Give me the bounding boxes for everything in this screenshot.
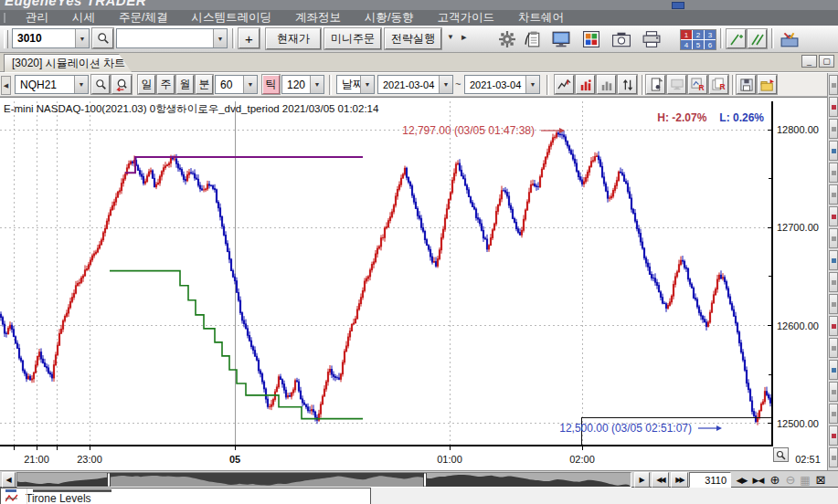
side-toolbar-button[interactable] — [829, 163, 838, 183]
minimap-silhouette[interactable] — [17, 473, 631, 487]
minute-interval-value[interactable]: 60 — [216, 79, 243, 91]
date-to-combo[interactable]: 2021-03-04 ▼ — [464, 75, 540, 94]
load-chart-button[interactable] — [758, 75, 777, 94]
page-grid-2[interactable]: 2 — [693, 30, 704, 39]
minimap-handle[interactable] — [424, 473, 427, 487]
price-chart[interactable]: 12800.0012700.0012600.0012500.0021:0023:… — [0, 98, 827, 471]
date-from-dropdown[interactable]: ▼ — [439, 76, 452, 93]
screen-number-combo[interactable]: 3010 ▼ — [12, 28, 90, 48]
toolbar-back-button[interactable]: ◀ — [1, 76, 11, 95]
period-month-button[interactable]: 월 — [176, 75, 194, 94]
menu-item-account[interactable]: 계좌정보 — [295, 10, 341, 26]
fast-forward-button[interactable]: ▶▶ — [671, 472, 688, 488]
rewind-button[interactable]: ◀◀ — [652, 472, 669, 488]
screen-search-button[interactable] — [92, 28, 113, 48]
tab-simulation-chart[interactable]: [3020] 시뮬레이션 차트 ✕ — [4, 54, 132, 72]
menu-item-guide[interactable]: 고객가이드 — [437, 10, 494, 26]
date-to-dropdown[interactable]: ▼ — [525, 76, 539, 93]
tab-close-icon[interactable]: ✕ — [131, 58, 139, 69]
period-minute-button[interactable]: 분 — [196, 75, 213, 94]
side-toolbar-button[interactable] — [829, 360, 838, 380]
page-grid-6[interactable]: 6 — [705, 40, 716, 49]
trendline-add-button[interactable] — [727, 29, 746, 48]
symbol-recent-search-button[interactable] — [111, 75, 132, 94]
chart-type-button[interactable] — [555, 75, 574, 94]
parallel-lines-button[interactable] — [748, 29, 767, 48]
tick-interval-dropdown[interactable]: ▼ — [310, 76, 324, 93]
date-to-value[interactable]: 2021-03-04 — [465, 79, 525, 90]
symbol-combo[interactable]: NQH21 ▼ — [15, 75, 89, 94]
print-button[interactable] — [639, 29, 663, 49]
side-toolbar-button[interactable] — [829, 228, 838, 248]
menu-item-manage[interactable]: 관리 — [26, 10, 48, 26]
side-toolbar-button[interactable] — [829, 294, 838, 314]
side-toolbar-button[interactable] — [829, 338, 838, 358]
side-toolbar-button[interactable] — [829, 272, 838, 292]
scroll-left-button[interactable]: ◀ — [2, 472, 16, 488]
page-grid-3[interactable]: 3 — [705, 30, 716, 39]
page-grid-4[interactable]: 4 — [681, 40, 692, 49]
menubar-grip[interactable] — [4, 13, 8, 23]
symbol-value[interactable]: NQH21 — [16, 79, 74, 91]
side-toolbar-button[interactable] — [829, 316, 838, 336]
toolbar-chevron[interactable]: ▸ — [461, 31, 467, 43]
interest-list-button[interactable] — [521, 29, 544, 49]
side-toolbar-button[interactable] — [829, 447, 838, 467]
menu-item-chartshare[interactable]: 차트쉐어 — [518, 10, 564, 26]
mini-order-button[interactable]: 미니주문 — [324, 28, 381, 49]
expand-bars-icon[interactable]: ◀▶ — [734, 472, 749, 488]
menu-item-system-trading[interactable]: 시스템트레이딩 — [191, 10, 271, 26]
side-toolbar-button[interactable] — [829, 250, 838, 270]
period-week-button[interactable]: 주 — [157, 75, 175, 94]
date-from-value[interactable]: 2021-03-04 — [378, 79, 439, 90]
menu-item-order[interactable]: 주문/체결 — [119, 10, 167, 26]
period-day-button[interactable]: 일 — [138, 75, 155, 94]
tools-button[interactable] — [778, 29, 801, 49]
minimap-handle[interactable] — [108, 473, 111, 487]
collapse-bars-icon[interactable]: ▶◀ — [750, 472, 766, 488]
side-toolbar-button[interactable] — [829, 425, 838, 446]
menu-item-quotes[interactable]: 시세 — [72, 10, 95, 26]
sort-updown-button[interactable] — [618, 75, 637, 94]
zoom-in-icon[interactable]: ⊕ — [767, 472, 782, 488]
toolbar-overflow-dropdown[interactable]: ▼ — [447, 33, 454, 41]
side-toolbar-button[interactable] — [829, 97, 838, 117]
window-minimize-button[interactable]: _ — [801, 55, 817, 68]
window-maximize-button[interactable]: ▢ — [819, 55, 834, 68]
symbol-search-button[interactable] — [91, 75, 110, 94]
settings-button[interactable] — [495, 29, 518, 49]
stock-search-combo[interactable]: ▼ — [116, 28, 228, 48]
add-button[interactable]: + — [239, 28, 260, 48]
screen-layout-button[interactable] — [548, 29, 573, 49]
menu-item-tirone-levels[interactable]: Tirone Levels — [1, 492, 370, 504]
current-price-button[interactable]: 현재가 — [266, 28, 321, 49]
step-forward-button[interactable]: ▶ — [634, 472, 650, 488]
side-toolbar-button[interactable] — [829, 404, 838, 424]
page-grid-5[interactable]: 5 — [693, 40, 704, 49]
tick-interval-value[interactable]: 120 — [282, 79, 310, 91]
menu-item-market[interactable]: 시황/동향 — [365, 10, 413, 26]
minimap-track[interactable] — [16, 472, 631, 488]
save-chart-button[interactable] — [737, 75, 756, 94]
period-tick-button[interactable]: 틱 — [262, 75, 280, 94]
minute-interval-dropdown[interactable]: ▼ — [243, 76, 257, 93]
volume-red-button[interactable] — [576, 75, 595, 94]
chart-copy-r-button[interactable]: R — [709, 75, 728, 94]
side-toolbar-button[interactable] — [829, 382, 838, 402]
bar-count-input[interactable] — [689, 472, 731, 488]
axis-zoom-button[interactable] — [773, 447, 789, 462]
page-grid-1[interactable]: 1 — [681, 30, 692, 39]
symbol-dropdown[interactable]: ▼ — [74, 76, 88, 93]
chart-restore-button[interactable]: R — [688, 75, 707, 94]
side-toolbar-button[interactable] — [829, 119, 838, 139]
capture-button[interactable] — [609, 29, 633, 49]
new-chart-button[interactable] — [646, 75, 665, 94]
minute-interval-combo[interactable]: 60 ▼ — [215, 75, 258, 94]
volume-gray-button[interactable] — [597, 75, 616, 94]
side-toolbar-button[interactable] — [829, 206, 838, 226]
side-toolbar-button[interactable] — [829, 75, 838, 95]
toolbar-grip[interactable] — [4, 30, 8, 48]
date-mode-dropdown[interactable]: ▼ — [360, 76, 374, 93]
strategy-run-button[interactable]: 전략실행 — [385, 28, 441, 49]
side-toolbar-button[interactable] — [829, 141, 838, 161]
